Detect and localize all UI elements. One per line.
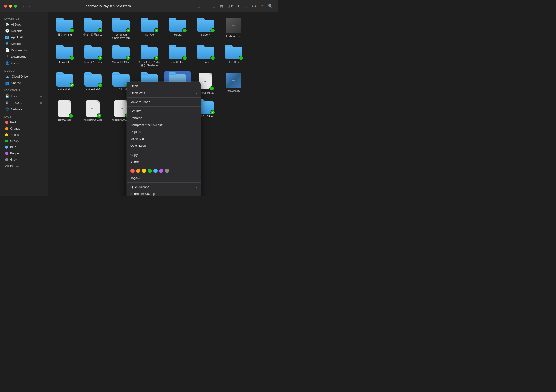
sidebar-item-recents[interactable]: 🕐 Recents [1,28,46,34]
favorites-header: Favorites [0,14,47,21]
file-largefile-label: LargeFile [59,60,70,64]
sidebar-item-downloads[interactable]: ⬇ Downloads [1,53,46,60]
close-button[interactable] [4,5,7,8]
sidebar-item-shared[interactable]: 👥 Shared [1,80,46,86]
ctx-tag-orange[interactable] [136,169,140,173]
ctx-tag-gray[interactable] [165,169,169,173]
sidebar-item-users[interactable]: 👤 Users [1,60,46,66]
fork-icon: 💾 [5,94,9,98]
ctx-tag-green[interactable] [148,169,152,173]
search-icon[interactable]: 🔍 [267,3,274,9]
eject-local-icon[interactable]: ⏏ [40,101,42,104]
file-testfolder02[interactable]: ✓ test folder02 [80,71,106,96]
check-european: ✓ [126,28,131,33]
file-test006jpg[interactable]: img test006.jpg [221,71,247,96]
list-view-icon[interactable]: ☰ [203,3,209,9]
tag-label-yellow: Yellow [10,133,19,136]
file-largefile[interactable]: ✓ LargeFile [52,44,78,69]
sidebar-item-icloud-drive[interactable]: ☁ iCloud Drive [1,73,46,79]
sidebar-item-tag-red[interactable]: Red [1,119,46,125]
file-specialchar[interactable]: ✓ Special & Char [108,44,134,69]
ctx-tag-blue[interactable] [153,169,158,173]
test006-thumbnail: img [226,73,241,88]
folder-specialtest-icon: ✓ [141,45,158,60]
ctx-get-info[interactable]: Get Info [127,108,201,114]
more-icon[interactable]: ••• [251,3,257,9]
file-testfolder01-label: test folder01 [58,88,72,91]
file-team[interactable]: ✓ Team [193,44,219,69]
sidebar-item-documents[interactable]: 📄 Documents [1,47,46,53]
sidebar-item-desktop[interactable]: 🖥 Desktop [1,41,46,47]
group-icon[interactable]: ⊞▾ [226,3,234,9]
red-tag-dot [5,121,8,124]
ctx-share-file[interactable]: Share: test003.ppt [127,190,201,196]
tag-icon[interactable]: ⬡ [243,3,249,9]
file-targetfolder[interactable]: ✓ targetFolder [164,44,191,69]
ctx-compress[interactable]: Compress "test003.ppt" [127,121,201,128]
share-icon[interactable]: ⬆ [235,3,241,9]
ctx-share-file-label: Share: test003.ppt [130,192,156,196]
check-targetfolder: ✓ [182,56,187,60]
file-european[interactable]: ✓ European Characters ren [108,16,134,42]
sidebar-item-network[interactable]: 🌐 Network [1,106,46,112]
gallery-view-icon[interactable]: ▦ [218,3,225,9]
grid-view-icon[interactable]: ⊞ [196,3,202,9]
green-tag-dot [5,140,8,143]
file-testtxt0006[interactable]: TXT ✓ testTxt0006.txt [80,98,106,125]
ctx-tags[interactable]: Tags… [127,174,201,181]
sidebar-item-local[interactable]: 🖥 127.0.0.1 ⏏ [1,99,46,106]
file-testfiles-label: test files [229,60,239,64]
sidebar-label-icloud-drive: iCloud Drive [11,75,28,78]
file-testfiles[interactable]: ✓ test files [221,44,247,69]
file-test006-label: test006.jpg [227,89,240,92]
sidebar-item-fork[interactable]: 💾 Fork ⏏ [1,93,46,99]
ctx-copy[interactable]: Copy [127,151,201,158]
file-level1[interactable]: ✓ Level + 1 folder [80,44,106,69]
file-area[interactable]: ✓ 日文文件Fld ✓ 中文-[]目录Dir01 ✓ European Char… [48,12,278,196]
ctx-quick-look[interactable]: Quick Look [127,142,201,149]
file-team-label: Team [202,60,209,64]
ctx-share-label: Share [130,160,139,163]
tag-label-all-tags: All Tags… [5,164,19,167]
ctx-rename[interactable]: Rename [127,114,201,121]
sidebar-item-airdrop[interactable]: 📡 AirDrop [1,21,46,27]
downloads-icon: ⬇ [5,55,9,59]
file-folder1-label: folder1 [173,33,182,36]
sidebar-item-all-tags[interactable]: All Tags… [1,163,46,169]
sidebar-item-applications[interactable]: 🅰 Applications [1,34,46,40]
ctx-tag-yellow[interactable] [142,169,146,173]
ctx-tag-red[interactable] [130,169,135,173]
ctx-move-trash[interactable]: Move to Trash [127,98,201,106]
shared-icon: 👥 [5,81,9,85]
ctx-open-with[interactable]: Open With › [127,90,201,96]
folder-european-icon: ✓ [113,18,130,32]
file-testfolder01[interactable]: ✓ test folder01 [52,71,78,96]
sidebar-item-tag-orange[interactable]: Orange [1,126,46,131]
ctx-tag-purple[interactable] [159,169,163,173]
file-chinese[interactable]: ✓ 中文-[]目录Dir01 [80,16,106,42]
file-folderx[interactable]: ✓ FolderX [193,16,219,42]
fullscreen-button[interactable] [14,5,17,8]
sidebar-item-tag-yellow[interactable]: Yellow [1,132,46,138]
column-view-icon[interactable]: ⊟ [211,3,217,9]
eject-fork-icon[interactable]: ⏏ [40,94,42,98]
file-nihon[interactable]: ✓ 日文文件Fld [52,16,78,42]
file-test010abc[interactable]: ✓ test010.abc [52,98,78,125]
sidebar-item-tag-blue[interactable]: Blue [1,144,46,150]
file-triofdrive-label: TriofoxDrive [199,115,213,118]
ctx-quick-actions[interactable]: Quick Actions › [127,183,201,190]
sidebar-item-tag-green[interactable]: Green [1,138,46,144]
file-keyboard[interactable]: ⌨ keyboard.jpg [221,16,247,42]
minimize-button[interactable] [9,5,12,8]
file-filetype[interactable]: ✓ fileType [136,16,162,42]
ctx-make-alias[interactable]: Make Alias [127,135,201,142]
file-folder1[interactable]: ✓ folder1 [164,16,191,42]
file-specialtest[interactable]: ✓ Special_Test & #+-@,(...'Folder' A [136,44,162,69]
warning-icon[interactable]: ⚠ [259,3,265,9]
sidebar-item-tag-purple[interactable]: Purple [1,150,46,156]
ctx-share[interactable]: Share › [127,158,201,165]
ctx-open[interactable]: Open [127,83,201,90]
ctx-duplicate[interactable]: Duplicate [127,128,201,135]
sidebar-item-tag-gray[interactable]: Gray [1,157,46,162]
check-nihon: ✓ [70,28,74,33]
